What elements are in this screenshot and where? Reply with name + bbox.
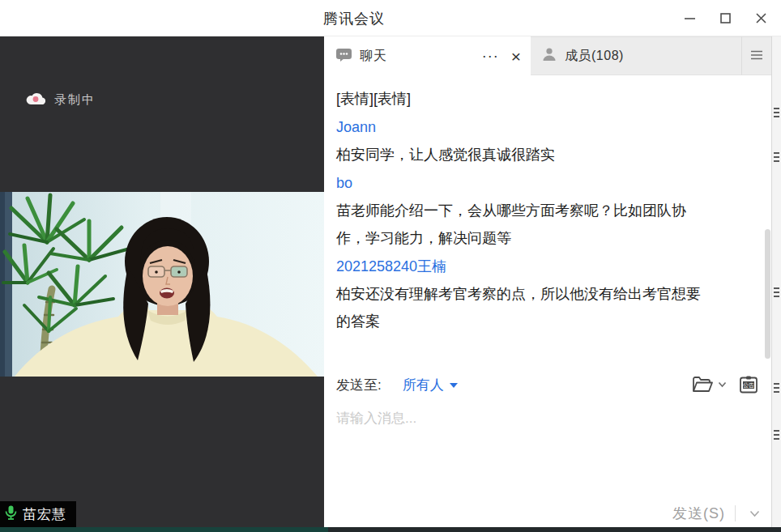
close-chat-button[interactable]: × [511,48,521,65]
more-options-button[interactable]: ··· [482,49,499,63]
announcement-icon-text: 公告 [743,382,754,389]
clipped-glyph-fragment [774,430,779,440]
video-panel: 录制中 [0,36,324,527]
clipped-glyph-fragment [774,108,779,117]
background-bottom-strip [0,527,781,532]
message-text: [表情][表情] [336,85,758,113]
cloud-recording-icon [26,92,45,109]
caret-down-icon [450,383,458,388]
messages-list: [表情][表情] Joann 柏安同学，让人感觉很真诚很踏实 bo 苗老师能介绍… [324,75,771,370]
clipped-glyph-fragment [774,383,779,393]
message-input[interactable] [324,401,771,496]
message-sender: bo [336,169,758,197]
message-sender: Joann [336,113,758,141]
maximize-icon [719,12,732,24]
clipped-glyph-fragment [774,287,779,297]
send-row: 发送(S) [672,500,763,527]
announcement-button[interactable]: 公告 [738,374,759,395]
participant-video[interactable] [0,192,325,377]
chevron-down-icon [718,381,727,388]
recording-label: 录制中 [54,92,96,108]
panel-menu-button[interactable] [741,36,771,75]
chat-message: Joann 柏安同学，让人感觉很真诚很踏实 [336,113,758,168]
close-button[interactable] [749,6,773,31]
message-sender: 2021258240王楠 [336,253,758,280]
send-to-label: 发送至: [336,376,382,394]
chat-message: 2021258240王楠 柏安还没有理解考官考察的点，所以他没有给出考官想要 的… [336,253,758,335]
message-text: 苗老师能介绍一下，会从哪些方面考察呢？比如团队协 作，学习能力，解决问题等 [336,197,758,252]
chevron-down-icon [749,510,760,517]
folder-dropdown-button[interactable] [718,381,727,388]
message-text: 柏安还没有理解考官考察的点，所以他没有给出考官想要 的答案 [336,280,758,335]
minimize-button[interactable] [677,6,702,31]
video-scene [0,192,325,377]
close-icon [755,12,767,24]
clipped-glyph-fragment [774,152,779,162]
tabbar: 聊天 ··· × 成员(108) [324,36,771,75]
send-to-row: 发送至: 所有人 公告 [324,370,771,399]
person-icon [541,46,557,66]
recording-badge: 录制中 [26,92,96,109]
chat-panel: 聊天 ··· × 成员(108) [表情][表情 [324,36,771,527]
chat-message: [表情][表情] [336,85,758,113]
folder-icon [691,375,713,394]
chat-message: bo 苗老师能介绍一下，会从哪些方面考察呢？比如团队协 作，学习能力，解决问题等 [336,169,758,252]
mic-icon [4,504,18,524]
send-to-selector[interactable]: 所有人 [403,376,458,394]
send-button[interactable]: 发送(S) [672,504,725,523]
message-text: 柏安同学，让人感觉很真诚很踏实 [336,141,758,168]
tab-members-label: 成员(108) [565,48,624,65]
tab-chat[interactable]: 聊天 ··· × [324,36,531,75]
minimize-icon [684,12,696,24]
send-options-button[interactable] [745,504,763,522]
tab-chat-label: 聊天 [360,48,387,65]
participant-name-tag: 苗宏慧 [0,501,76,527]
hamburger-icon [750,49,763,63]
send-divider [735,505,736,521]
file-folder-button[interactable] [691,375,713,394]
chat-bubble-icon [335,47,352,66]
page-title: 腾讯会议 [0,0,708,36]
send-to-value: 所有人 [403,376,444,394]
window-titlebar: 腾讯会议 [0,0,781,36]
announcement-icon: 公告 [738,374,759,395]
participant-name: 苗宏慧 [23,505,66,524]
chat-scrollbar[interactable] [765,229,770,359]
maximize-button[interactable] [713,6,737,31]
tab-members[interactable]: 成员(108) [531,36,741,75]
background-window-strip [771,36,781,527]
